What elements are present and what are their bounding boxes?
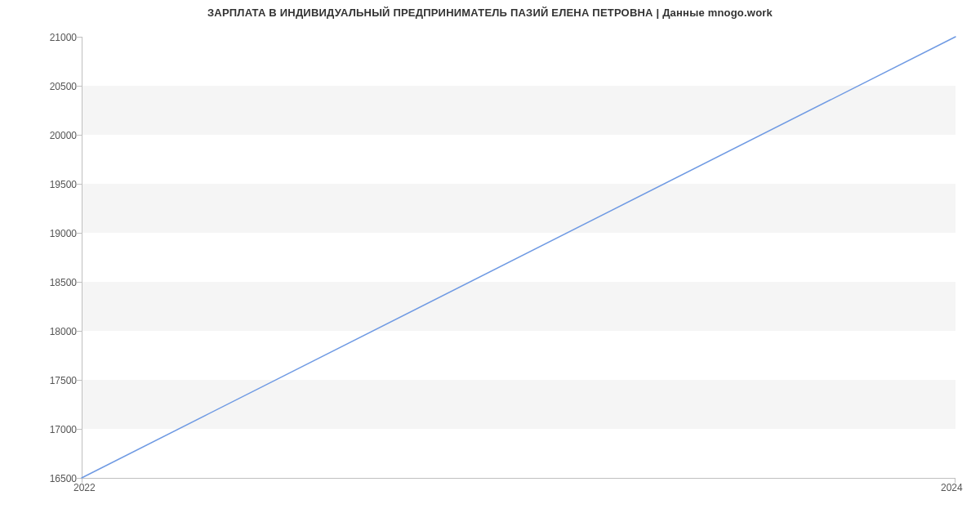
x-tick-mark bbox=[955, 478, 956, 483]
y-tick-label: 18500 bbox=[50, 277, 77, 288]
x-tick-label: 2024 bbox=[941, 482, 963, 493]
y-tick-label: 20500 bbox=[50, 81, 77, 92]
x-tick-mark bbox=[82, 478, 82, 483]
chart-title: ЗАРПЛАТА В ИНДИВИДУАЛЬНЫЙ ПРЕДПРИНИМАТЕЛ… bbox=[0, 7, 980, 19]
y-tick-label: 19500 bbox=[50, 179, 77, 190]
y-tick-label: 17500 bbox=[50, 375, 77, 386]
y-tick-label: 18000 bbox=[50, 326, 77, 337]
y-tick-label: 17000 bbox=[50, 424, 77, 435]
y-tick-label: 16500 bbox=[50, 473, 77, 484]
x-axis-line bbox=[82, 478, 956, 479]
y-tick-label: 20000 bbox=[50, 130, 77, 141]
chart-container: ЗАРПЛАТА В ИНДИВИДУАЛЬНЫЙ ПРЕДПРИНИМАТЕЛ… bbox=[0, 0, 980, 531]
y-tick-label: 21000 bbox=[50, 32, 77, 43]
line-series bbox=[82, 37, 956, 478]
y-tick-label: 19000 bbox=[50, 228, 77, 239]
plot-area bbox=[82, 37, 956, 478]
x-tick-label: 2022 bbox=[74, 482, 96, 493]
